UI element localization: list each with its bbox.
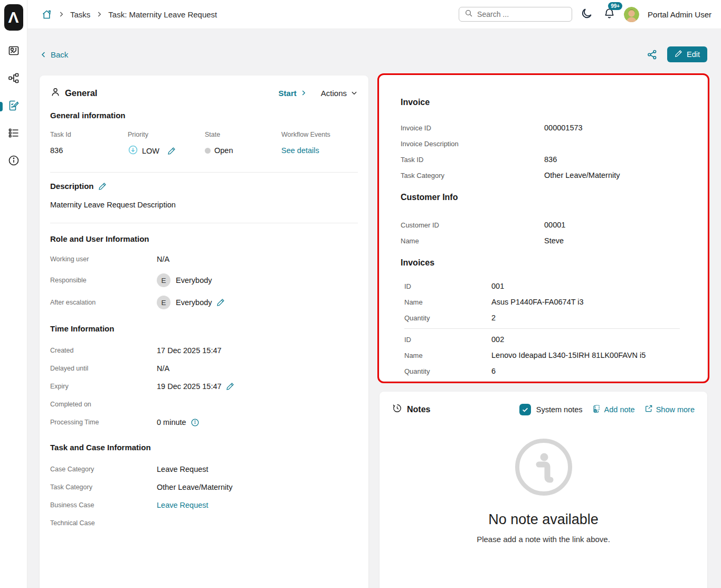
general-card: General Start Actions General informatio…: [40, 75, 368, 588]
sidebar-item-processes[interactable]: [0, 65, 27, 93]
item-name-value: Asus P1440FA-FA0674T i3: [491, 298, 584, 306]
business-case-label: Business Case: [50, 501, 157, 509]
breadcrumb-current: Task: Maternity Leave Request: [108, 10, 217, 19]
breadcrumb-tasks[interactable]: Tasks: [70, 10, 90, 19]
home-icon[interactable]: [41, 9, 52, 20]
search-input[interactable]: [477, 10, 566, 18]
working-user-label: Working user: [50, 255, 157, 263]
edit-expiry-icon[interactable]: [226, 382, 234, 391]
user-name[interactable]: Portal Admin User: [648, 10, 711, 19]
sidebar-item-dashboard[interactable]: [0, 38, 27, 65]
processes-icon: [7, 72, 20, 87]
item-name-label: Name: [404, 352, 491, 359]
edit-escalation-icon[interactable]: [216, 298, 225, 307]
sidebar-item-cases[interactable]: [0, 120, 27, 148]
cases-icon: [7, 127, 20, 141]
notifications-button[interactable]: 99+: [603, 7, 615, 21]
priority-value: LOW: [142, 147, 159, 155]
empty-notes-title: No note available: [488, 511, 599, 528]
escalation-value: Everybody: [176, 298, 212, 307]
system-notes-label: System notes: [536, 405, 583, 414]
avatar[interactable]: [624, 7, 639, 22]
taskcase-heading: Task and Case Information: [50, 443, 358, 452]
processing-info-icon[interactable]: [191, 418, 200, 427]
invoice-id-label: Invoice ID: [401, 124, 544, 132]
item-id-label: ID: [404, 336, 491, 344]
task-id-value: 836: [50, 146, 63, 155]
app-logo[interactable]: Λ: [4, 4, 23, 31]
workflow-events-label: Workflow Events: [281, 131, 358, 138]
actions-menu-button[interactable]: Actions: [321, 89, 358, 98]
see-details-link[interactable]: See details: [281, 146, 319, 155]
breadcrumb: Tasks Task: Maternity Leave Request: [41, 9, 217, 20]
state-value: Open: [214, 146, 233, 155]
business-case-link[interactable]: Leave Request: [157, 501, 208, 509]
customer-info-heading: Customer Info: [401, 193, 691, 202]
system-notes-toggle[interactable]: System notes: [519, 404, 583, 415]
responsible-label: Responsible: [50, 277, 157, 284]
edit-description-icon[interactable]: [98, 182, 107, 191]
processing-time-value: 0 minute: [157, 418, 186, 426]
moon-icon: [581, 7, 593, 21]
state-label: State: [205, 131, 281, 138]
working-user-value: N/A: [157, 255, 169, 263]
item-qty-label: Quantity: [404, 367, 491, 375]
completed-on-label: Completed on: [50, 401, 157, 408]
sidebar-item-tasks[interactable]: [0, 93, 27, 120]
edit-label: Edit: [687, 50, 700, 59]
person-icon: [50, 87, 61, 99]
general-card-title: General: [65, 88, 97, 98]
top-header: Tasks Task: Maternity Leave Request: [27, 0, 721, 29]
clock-history-icon: [392, 403, 402, 415]
processing-time-label: Processing Time: [50, 419, 157, 426]
checkbox-checked-icon: [519, 404, 531, 415]
created-label: Created: [50, 347, 157, 354]
dark-mode-toggle[interactable]: [581, 7, 593, 21]
invoice-id-value: 000001573: [544, 124, 583, 132]
empty-notes-hint: Please add a note with the link above.: [477, 535, 610, 544]
notes-card: Notes System notes: [380, 392, 707, 588]
item-qty-value: 6: [491, 367, 496, 375]
case-category-label: Case Category: [50, 466, 157, 473]
edit-button[interactable]: Edit: [667, 46, 707, 62]
item-name-label: Name: [404, 298, 491, 306]
description-text: Maternity Leave Request Description: [50, 201, 358, 209]
global-search: [459, 7, 572, 22]
technical-case-label: Technical Case: [50, 519, 157, 527]
item-id-value: 002: [491, 335, 504, 344]
task-id-label: Task Id: [50, 131, 128, 138]
priority-low-icon: [128, 145, 138, 157]
item-id-value: 001: [491, 282, 504, 290]
expiry-label: Expiry: [50, 383, 157, 390]
invoice-card: Invoice Invoice ID 000001573 Invoice Des…: [380, 75, 707, 381]
responsible-avatar: E: [157, 273, 170, 287]
share-icon[interactable]: [647, 49, 658, 60]
add-note-icon: [592, 404, 601, 415]
time-heading: Time Information: [50, 324, 358, 333]
notification-badge: 99+: [608, 2, 622, 10]
notes-title: Notes: [407, 405, 430, 414]
invoice-task-id-value: 836: [544, 155, 557, 164]
chevron-right-icon: [58, 11, 65, 18]
general-info-heading: General information: [50, 111, 358, 120]
item-id-label: ID: [404, 282, 491, 290]
start-task-link[interactable]: Start: [279, 89, 307, 98]
chevron-right-icon: [96, 11, 103, 18]
tasks-icon: [7, 99, 20, 114]
customer-name-label: Name: [401, 237, 544, 245]
role-heading: Role and User Information: [50, 234, 358, 243]
sidebar-item-about[interactable]: [0, 148, 27, 175]
task-category-label: Task Category: [50, 483, 157, 491]
expiry-value: 19 Dec 2025 15:47: [157, 382, 222, 391]
show-more-link[interactable]: Show more: [644, 404, 695, 414]
back-button[interactable]: Back: [40, 50, 68, 59]
info-icon: [7, 154, 20, 169]
item-name-value: Lenovo Ideapad L340-15IRH 81LK00FAVN i5: [491, 351, 646, 359]
invoice-description-label: Invoice Description: [401, 140, 544, 148]
sidebar: Λ: [0, 0, 27, 588]
dashboard-icon: [7, 44, 20, 59]
add-note-link[interactable]: Add note: [592, 404, 635, 415]
customer-id-value: 00001: [544, 221, 565, 229]
back-label: Back: [51, 50, 68, 59]
edit-priority-icon[interactable]: [167, 147, 176, 155]
